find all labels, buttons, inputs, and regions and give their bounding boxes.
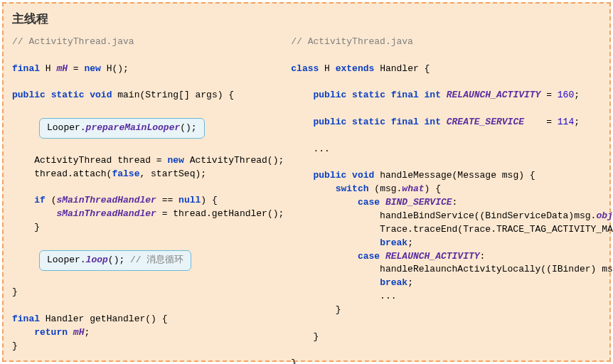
kw: class [291,63,319,74]
field: what [402,183,424,194]
text: ActivityThread(); [184,155,284,166]
kw: null [178,195,201,205]
kw: break [380,277,407,288]
text: H(); [101,63,129,74]
field: mH [56,63,68,74]
text: (); [108,255,124,265]
text: thread.attach( [12,168,112,179]
field: sMainThreadHandler [56,195,156,205]
kw: return [34,327,68,338]
text: } [12,287,18,297]
text: } [291,358,297,364]
kw: public static final int [314,117,441,127]
text: == [156,195,178,205]
text: = [540,90,557,100]
kw: false [112,168,139,179]
text: ; [84,327,90,338]
const: RELAUNCH_ACTIVITY [385,251,480,262]
text: Handler { [374,63,430,74]
type: H [46,63,51,74]
kw: break [380,237,407,248]
kw: public [12,90,46,100]
panel-title: 主线程 [12,11,601,27]
const: BIND_SERVICE [385,197,452,208]
kw: case [358,197,380,208]
kw: public static final int [314,90,441,100]
text: : [452,197,458,208]
code-columns: // ActivityThread.java final H mH = new … [12,36,601,364]
text: ) { [425,183,441,194]
main-thread-panel: 主线程 // ActivityThread.java final H mH = … [2,2,611,362]
text: H [319,63,335,74]
text: } [12,222,40,232]
text: ActivityThread thread = [12,155,167,166]
text: ... [291,144,330,154]
number: 160 [558,90,574,100]
text: (); [180,122,196,133]
field: obj [596,210,612,221]
text: } [291,331,319,342]
kw: void [90,90,112,100]
kw: new [167,155,183,166]
text: ; [574,117,580,127]
text: main(String[] args) { [112,90,234,100]
text: handleBindService((BindServiceData)msg. [291,210,596,221]
comment: // ActivityThread.java [291,36,413,47]
const: RELAUNCH_ACTIVITY [447,90,541,100]
text: ( [46,195,57,205]
text: ) { [201,195,217,205]
kw: extends [336,63,375,74]
text: = [524,117,558,127]
text: } [12,341,18,351]
text: Looper. [47,255,86,265]
text: Looper. [47,122,86,133]
text: Trace.traceEnd(Trace.TRACE_TAG_ACTIVITY_… [291,224,613,235]
kw: static [51,90,85,100]
kw: switch [336,183,369,194]
text: ; [574,90,580,100]
text: ; [407,277,413,288]
field: mH [73,327,85,338]
text: } [291,304,341,315]
text: ... [291,291,396,301]
text: handleRelaunchActivityLocally((IBinder) … [291,264,613,274]
kw: final [12,314,40,324]
text: Handler getHandler() { [40,314,167,324]
const: CREATE_SERVICE [447,117,524,127]
text: ; [407,237,413,248]
kw: new [84,63,100,74]
comment: // 消息循环 [124,255,183,265]
comment: // ActivityThread.java [12,36,134,47]
method: prepareMainLooper [86,122,181,133]
kw: public void [314,170,375,181]
text: = thread.getHandler(); [156,208,284,219]
kw: if [34,195,46,205]
highlight-prepare-main-looper: Looper.prepareMainLooper(); [39,118,205,139]
kw: case [358,251,380,262]
text: handleMessage(Message msg) { [374,170,535,181]
kw: final [12,63,40,74]
text: , startSeq); [139,168,206,179]
number: 114 [558,117,574,127]
right-code-block: // ActivityThread.java class H extends H… [291,36,613,364]
field: sMainThreadHandler [56,208,156,219]
method: loop [86,255,108,265]
highlight-looper-loop: Looper.loop(); // 消息循环 [39,250,191,271]
text: : [480,251,486,262]
text: (msg. [369,183,403,194]
left-code-block: // ActivityThread.java final H mH = new … [12,36,284,364]
op: = [68,63,84,74]
